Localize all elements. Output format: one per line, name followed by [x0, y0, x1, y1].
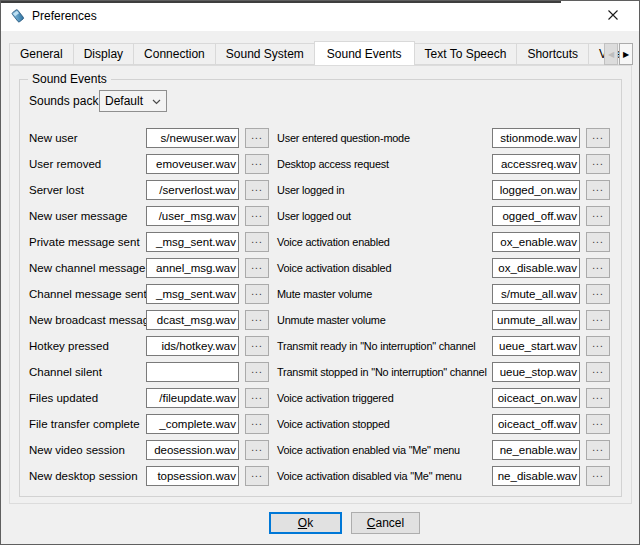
close-button[interactable]	[599, 4, 627, 28]
sound-file-input[interactable]: oiceact_on.wav	[492, 388, 580, 408]
sound-event-label: New video session	[29, 444, 125, 456]
sound-file-input[interactable]: ne_enable.wav	[492, 440, 580, 460]
sound-file-input[interactable]: _msg_sent.wav	[146, 232, 239, 252]
browse-button[interactable]: ...	[586, 362, 610, 382]
browse-button[interactable]: ...	[245, 414, 269, 434]
browse-button[interactable]: ...	[245, 180, 269, 200]
browse-button[interactable]: ...	[245, 336, 269, 356]
sound-event-row: User entered question-mode stionmode.wav…	[277, 125, 610, 151]
sound-event-label: Voice activation triggered	[277, 392, 393, 404]
browse-button[interactable]: ...	[245, 128, 269, 148]
browse-button[interactable]: ...	[245, 258, 269, 278]
sound-file-input[interactable]: ueue_stop.wav	[492, 362, 580, 382]
browse-button[interactable]: ...	[245, 310, 269, 330]
sound-event-row: Unmute master volume unmute_all.wav ...	[277, 307, 610, 333]
cancel-button[interactable]: Cancel	[351, 512, 420, 534]
ellipsis-label: ...	[251, 364, 262, 375]
tab-scroll-right-button[interactable]: ▶	[619, 43, 633, 65]
sound-file-input[interactable]: s/mute_all.wav	[492, 284, 580, 304]
ellipsis-label: ...	[592, 208, 603, 219]
sound-file-input[interactable]: ne_disable.wav	[492, 466, 580, 486]
sound-file-input[interactable]: ids/hotkey.wav	[146, 336, 239, 356]
sound-event-row: Voice activation triggered oiceact_on.wa…	[277, 385, 610, 411]
sound-file-input[interactable]: ogged_off.wav	[492, 206, 580, 226]
browse-button[interactable]: ...	[586, 466, 610, 486]
sound-event-row: Files updated /fileupdate.wav ...	[29, 385, 269, 411]
browse-button[interactable]: ...	[245, 154, 269, 174]
tab-scroll-left-button[interactable]: ◀	[604, 43, 618, 65]
sound-event-row: New desktop session topsession.wav ...	[29, 463, 269, 489]
sound-file-input[interactable]: oiceact_off.wav	[492, 414, 580, 434]
browse-button[interactable]: ...	[586, 232, 610, 252]
browse-button[interactable]: ...	[245, 466, 269, 486]
sounds-pack-select[interactable]: Default	[99, 90, 167, 112]
browse-button[interactable]: ...	[245, 440, 269, 460]
sound-event-row: Mute master volume s/mute_all.wav ...	[277, 281, 610, 307]
preferences-dialog: Preferences General Display Connection S…	[0, 0, 640, 545]
sound-file-input[interactable]: unmute_all.wav	[492, 310, 580, 330]
sound-file-input[interactable]: emoveuser.wav	[146, 154, 239, 174]
browse-button[interactable]: ...	[586, 310, 610, 330]
sound-file-input[interactable]: ox_disable.wav	[492, 258, 580, 278]
browse-button[interactable]: ...	[586, 180, 610, 200]
tab-sound-events[interactable]: Sound Events	[314, 41, 415, 65]
sound-event-row: New video session deosession.wav ...	[29, 437, 269, 463]
browse-button[interactable]: ...	[245, 206, 269, 226]
browse-button[interactable]: ...	[586, 284, 610, 304]
browse-button[interactable]: ...	[586, 414, 610, 434]
ellipsis-label: ...	[592, 260, 603, 271]
browse-button[interactable]: ...	[245, 232, 269, 252]
sound-file-input[interactable]: topsession.wav	[146, 466, 239, 486]
browse-button[interactable]: ...	[586, 128, 610, 148]
sound-event-label: New broadcast message	[29, 314, 156, 326]
browse-button[interactable]: ...	[586, 258, 610, 278]
sound-event-row: File transfer complete _complete.wav ...	[29, 411, 269, 437]
tab-bar: General Display Connection Sound System …	[9, 41, 633, 65]
sound-file-input[interactable]: accessreq.wav	[492, 154, 580, 174]
sound-file-input[interactable]: _msg_sent.wav	[146, 284, 239, 304]
browse-button[interactable]: ...	[245, 284, 269, 304]
sound-event-row: New user message /user_msg.wav ...	[29, 203, 269, 229]
sound-event-label: Hotkey pressed	[29, 340, 109, 352]
teamtalk-app-icon	[10, 7, 26, 25]
ellipsis-label: ...	[251, 416, 262, 427]
sound-file-input[interactable]: _complete.wav	[146, 414, 239, 434]
tab-sound-system[interactable]: Sound System	[215, 43, 315, 65]
sound-event-row: Voice activation enabled via "Me" menu n…	[277, 437, 610, 463]
sound-file-input[interactable]: deosession.wav	[146, 440, 239, 460]
sound-file-input[interactable]: logged_on.wav	[492, 180, 580, 200]
browse-button[interactable]: ...	[245, 388, 269, 408]
tab-display[interactable]: Display	[73, 43, 134, 65]
sound-event-label: Voice activation enabled	[277, 236, 390, 248]
browse-button[interactable]: ...	[245, 362, 269, 382]
sound-event-row: Voice activation disabled via "Me" menu …	[277, 463, 610, 489]
tab-connection[interactable]: Connection	[133, 43, 216, 65]
browse-button[interactable]: ...	[586, 388, 610, 408]
ok-button[interactable]: Ok	[269, 512, 342, 534]
tab-shortcuts[interactable]: Shortcuts	[516, 43, 589, 65]
tab-text-to-speech[interactable]: Text To Speech	[414, 43, 518, 65]
sound-event-label: Server lost	[29, 184, 84, 196]
browse-button[interactable]: ...	[586, 440, 610, 460]
sound-event-label: New user	[29, 132, 78, 144]
sound-file-input[interactable]: /serverlost.wav	[146, 180, 239, 200]
browse-button[interactable]: ...	[586, 154, 610, 174]
browse-button[interactable]: ...	[586, 336, 610, 356]
sound-file-input[interactable]: annel_msg.wav	[146, 258, 239, 278]
sound-file-input[interactable]: dcast_msg.wav	[146, 310, 239, 330]
sound-file-input[interactable]: ueue_start.wav	[492, 336, 580, 356]
ellipsis-label: ...	[592, 312, 603, 323]
sounds-pack-value: Default	[105, 94, 143, 108]
sound-file-input[interactable]: s/newuser.wav	[146, 128, 239, 148]
sound-event-label: User logged in	[277, 184, 344, 196]
browse-button[interactable]: ...	[586, 206, 610, 226]
titlebar[interactable]: Preferences	[1, 1, 639, 31]
sound-file-input[interactable]: stionmode.wav	[492, 128, 580, 148]
tab-general[interactable]: General	[9, 43, 74, 65]
sound-events-group: Sound Events Sounds pack Default New use…	[19, 79, 622, 497]
sound-file-input[interactable]: ox_enable.wav	[492, 232, 580, 252]
sound-file-input[interactable]: /user_msg.wav	[146, 206, 239, 226]
sound-file-input[interactable]	[146, 362, 239, 382]
sound-event-label: New user message	[29, 210, 127, 222]
sound-file-input[interactable]: /fileupdate.wav	[146, 388, 239, 408]
